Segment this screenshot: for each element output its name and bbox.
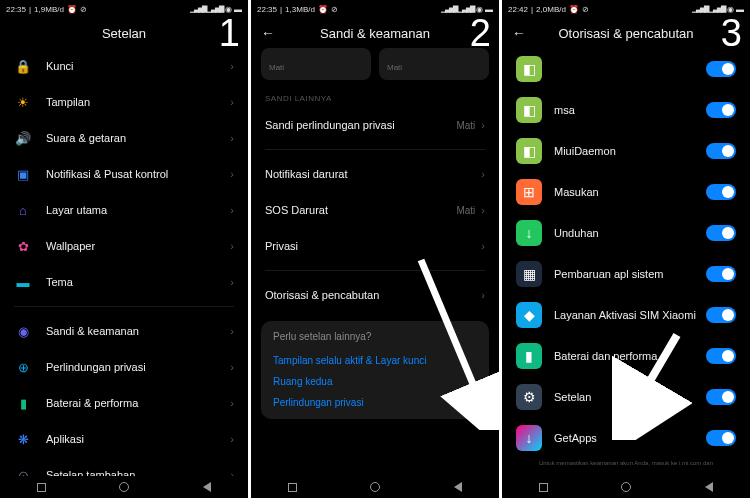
app-row[interactable]: ▮Baterai dan performa (502, 335, 750, 376)
back-button[interactable]: ← (512, 25, 526, 41)
app-row[interactable]: ◧msa (502, 89, 750, 130)
settings-row[interactable]: ❋Aplikasi› (0, 421, 248, 457)
settings-row[interactable]: ✿Wallpaper› (0, 228, 248, 264)
divider (14, 306, 234, 307)
security-row[interactable]: Privasi› (251, 228, 499, 264)
nav-home[interactable] (370, 482, 380, 492)
settings-row[interactable]: ⊕Perlindungan privasi› (0, 349, 248, 385)
security-row[interactable]: SOS DaruratMati› (251, 192, 499, 228)
dnd-icon: ⊘ (331, 5, 338, 14)
settings-row[interactable]: ▣Notifikasi & Pusat kontrol› (0, 156, 248, 192)
card-link[interactable]: Ruang kedua (273, 371, 477, 392)
app-row[interactable]: ◧ (502, 48, 750, 89)
title-bar: ← Otorisasi & pencabutan (502, 18, 750, 48)
app-toggle[interactable] (706, 102, 736, 118)
app-row[interactable]: ◆Layanan Aktivasi SIM Xiaomi (502, 294, 750, 335)
chevron-right-icon: › (481, 204, 485, 216)
settings-row[interactable]: ⌂Layar utama› (0, 192, 248, 228)
nav-bar (251, 476, 499, 498)
chevron-right-icon: › (230, 204, 234, 216)
nav-back[interactable] (454, 482, 462, 492)
row-icon: ✿ (14, 237, 32, 255)
row-label: Wallpaper (46, 240, 230, 252)
app-row[interactable]: ⊞Masukan (502, 171, 750, 212)
row-label: Tampilan (46, 96, 230, 108)
app-row[interactable]: ⚙Setelan (502, 376, 750, 417)
nav-recent[interactable] (288, 483, 297, 492)
app-toggle[interactable] (706, 430, 736, 446)
section-label: SANDI LAINNYA (251, 84, 499, 107)
chevron-right-icon: › (481, 240, 485, 252)
card-link[interactable]: Perlindungan privasi (273, 392, 477, 413)
privacy-password-row[interactable]: Sandi perlindungan privasi Mati › (251, 107, 499, 143)
nav-recent[interactable] (539, 483, 548, 492)
status-net: 2,0MB/d (536, 5, 566, 14)
lock-card-1[interactable]: Mati (261, 48, 371, 80)
row-icon: ❋ (14, 430, 32, 448)
chevron-right-icon: › (230, 276, 234, 288)
chevron-right-icon: › (230, 325, 234, 337)
app-toggle[interactable] (706, 143, 736, 159)
screen-2-security: 2 22:35 | 1,3MB/d ⏰ ⊘ ▁▃▅▇ ▁▃▅▇ ◉ ▬ ← Sa… (251, 0, 499, 498)
row-label: Aplikasi (46, 433, 230, 445)
nav-recent[interactable] (37, 483, 46, 492)
row-label: Sandi & keamanan (46, 325, 230, 337)
chevron-right-icon: › (230, 96, 234, 108)
app-toggle[interactable] (706, 225, 736, 241)
footer-note: Untuk memastikan keamanan akun Anda, mas… (502, 458, 750, 468)
app-toggle[interactable] (706, 61, 736, 77)
chevron-right-icon: › (230, 361, 234, 373)
row-value: Mati (456, 205, 475, 216)
title-bar: Setelan (0, 18, 248, 48)
page-title: Setelan (102, 26, 146, 41)
dnd-icon: ⊘ (80, 5, 87, 14)
app-icon: ↓ (516, 220, 542, 246)
app-label: Layanan Aktivasi SIM Xiaomi (554, 309, 706, 321)
row-label: Notifikasi darurat (265, 168, 481, 180)
screen-3-authorization: 3 22:42 | 2,0MB/d ⏰ ⊘ ▁▃▅▇ ▁▃▅▇ ◉ ▬ ← Ot… (502, 0, 750, 498)
app-row[interactable]: ▦Pembaruan apl sistem (502, 253, 750, 294)
row-label: Layar utama (46, 204, 230, 216)
row-label: Tema (46, 276, 230, 288)
screen-1-settings: 1 22:35 | 1,9MB/d ⏰ ⊘ ▁▃▅▇ ▁▃▅▇ ◉ ▬ Sete… (0, 0, 248, 498)
settings-row[interactable]: ▬Tema› (0, 264, 248, 300)
app-row[interactable]: ↓Unduhan (502, 212, 750, 253)
status-net: 1,9MB/d (34, 5, 64, 14)
nav-back[interactable] (203, 482, 211, 492)
row-label: SOS Darurat (265, 204, 456, 216)
card-question: Perlu setelan lainnya? (273, 331, 477, 342)
authorization-row[interactable]: Otorisasi & pencabutan › (251, 277, 499, 313)
settings-row[interactable]: 🔒Kunci› (0, 48, 248, 84)
app-label: GetApps (554, 432, 706, 444)
app-icon: ◧ (516, 138, 542, 164)
nav-bar (0, 476, 248, 498)
settings-row[interactable]: ▮Baterai & performa› (0, 385, 248, 421)
app-toggle[interactable] (706, 389, 736, 405)
app-row[interactable]: ◧MiuiDaemon (502, 130, 750, 171)
row-icon: ☀ (14, 93, 32, 111)
nav-home[interactable] (621, 482, 631, 492)
nav-home[interactable] (119, 482, 129, 492)
status-bar: 22:35 | 1,9MB/d ⏰ ⊘ ▁▃▅▇ ▁▃▅▇ ◉ ▬ (0, 0, 248, 18)
security-row[interactable]: Notifikasi darurat› (251, 156, 499, 192)
alarm-icon: ⏰ (569, 5, 579, 14)
app-icon: ⚙ (516, 384, 542, 410)
card-link[interactable]: Tampilan selalu aktif & Layar kunci (273, 350, 477, 371)
divider (265, 270, 485, 271)
lock-type-cards: Mati Mati (251, 48, 499, 80)
back-button[interactable]: ← (261, 25, 275, 41)
app-row[interactable]: ↓GetApps (502, 417, 750, 458)
status-bar: 22:35 | 1,3MB/d ⏰ ⊘ ▁▃▅▇ ▁▃▅▇ ◉ ▬ (251, 0, 499, 18)
nav-back[interactable] (705, 482, 713, 492)
app-toggle[interactable] (706, 307, 736, 323)
settings-row[interactable]: ◉Sandi & keamanan› (0, 313, 248, 349)
app-label: Unduhan (554, 227, 706, 239)
settings-row[interactable]: 🔊Suara & getaran› (0, 120, 248, 156)
app-icon: ▦ (516, 261, 542, 287)
settings-row[interactable]: ☀Tampilan› (0, 84, 248, 120)
app-toggle[interactable] (706, 184, 736, 200)
app-label: Baterai dan performa (554, 350, 706, 362)
app-toggle[interactable] (706, 348, 736, 364)
app-toggle[interactable] (706, 266, 736, 282)
dnd-icon: ⊘ (582, 5, 589, 14)
